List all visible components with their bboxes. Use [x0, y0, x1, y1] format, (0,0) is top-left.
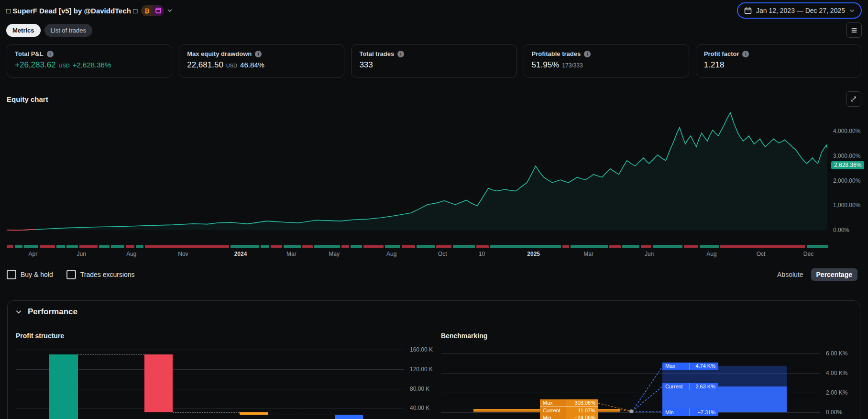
period-segment	[490, 245, 561, 248]
performance-header[interactable]: Performance	[15, 307, 77, 317]
period-segment	[66, 245, 78, 248]
equity-curve-chart[interactable]	[7, 108, 827, 231]
period-segment	[684, 245, 698, 248]
performance-title: Performance	[28, 307, 77, 317]
waterfall-connector	[78, 354, 144, 355]
y-tick-label: 80.00 K	[410, 386, 429, 392]
info-icon[interactable]: i	[584, 51, 591, 57]
period-performance-strip[interactable]	[7, 245, 827, 248]
period-segment	[136, 245, 143, 248]
buy-hold-label: Buy & hold	[21, 271, 53, 278]
metric-extra: +2,628.36%	[73, 61, 111, 69]
trades-excursions-checkbox[interactable]: Trades excursions	[66, 270, 135, 279]
date-range-label: Jan 12, 2023 — Dec 27, 2025	[756, 7, 845, 14]
tab-list-of-trades[interactable]: List of trades	[44, 24, 92, 37]
metric-label: Max equity drawdown	[187, 50, 252, 57]
connector-dot	[629, 409, 633, 413]
table-row: Max4.74 K%	[662, 363, 718, 370]
equity-x-tick: Mar	[286, 251, 297, 257]
table-row: Current11.07%	[540, 407, 598, 415]
metric-cards: Total P&Li +26,283.62 USD +2,628.36% Max…	[7, 44, 861, 77]
period-segment	[436, 245, 451, 248]
card-total-pnl: Total P&Li +26,283.62 USD +2,628.36%	[7, 44, 172, 77]
absolute-toggle[interactable]: Absolute	[777, 271, 803, 278]
period-segment	[145, 245, 229, 248]
journal-icon	[153, 5, 164, 16]
period-segment	[40, 245, 55, 248]
percentage-toggle[interactable]: Percentage	[811, 268, 857, 281]
date-range-picker[interactable]: Jan 12, 2023 — Dec 27, 2025	[737, 2, 862, 19]
benchmark-connectors	[440, 330, 868, 419]
tab-metrics[interactable]: Metrics	[6, 24, 41, 37]
chevron-down-icon[interactable]	[167, 8, 173, 13]
waterfall-bar-orange	[240, 412, 268, 415]
equity-x-tick: Jun	[645, 251, 654, 257]
card-profit-factor: Profit factori 1.218	[696, 44, 861, 77]
metric-value: 333	[359, 60, 373, 70]
y-tick-label: 40.00 K	[410, 405, 429, 411]
expand-chart-button[interactable]	[846, 91, 861, 107]
equity-chart-title: Equity chart	[7, 95, 48, 103]
period-segment	[24, 245, 38, 248]
metric-value: 1.218	[704, 60, 725, 70]
period-segment	[111, 245, 124, 248]
period-segment	[641, 245, 651, 248]
row-label: Max	[662, 363, 690, 370]
period-segment	[79, 245, 98, 248]
metric-value: 51.95%	[532, 60, 560, 70]
row-value: 2.63 K%	[690, 383, 718, 391]
equity-y-tick: 0.00%	[833, 227, 849, 233]
dashed-connector	[632, 366, 662, 411]
btc-icon: ₿	[141, 5, 153, 16]
equity-y-tick: 1,000.00%	[833, 202, 860, 209]
period-segment	[261, 245, 269, 248]
equity-x-tick: Apr	[29, 251, 38, 257]
chevron-down-icon	[849, 8, 855, 13]
layout-options-button[interactable]	[846, 22, 862, 38]
equity-chart-header: Equity chart	[7, 91, 861, 107]
row-value: −7.31%	[690, 408, 718, 416]
period-segment	[807, 245, 828, 248]
equity-area-fill	[7, 112, 827, 230]
equity-x-tick: Aug	[126, 251, 136, 257]
dashed-connector	[632, 386, 662, 411]
equity-x-tick: 2025	[527, 251, 540, 257]
period-segment	[7, 245, 13, 248]
buy-hold-checkbox[interactable]: Buy & hold	[7, 270, 53, 279]
trades-excursions-label: Trades excursions	[80, 271, 135, 278]
equity-y-tick: 3,000.00%	[833, 153, 860, 159]
equity-y-tick: 4,000.00%	[833, 128, 860, 134]
symbol-badges[interactable]: ₿	[141, 5, 164, 16]
waterfall-connector	[268, 415, 335, 415]
equity-x-tick: May	[329, 251, 340, 257]
strategy-value-badge: Current2.63 K%	[662, 383, 718, 391]
metric-value: +26,283.62	[15, 60, 56, 70]
period-segment	[99, 245, 110, 248]
period-segment	[284, 245, 301, 248]
chart-controls: Buy & hold Trades excursions Absolute Pe…	[7, 267, 857, 282]
info-icon[interactable]: i	[255, 51, 262, 57]
period-segment	[56, 245, 65, 248]
card-profitable-trades: Profitable tradesi 51.95% 173/333	[524, 44, 689, 77]
equity-x-tick: Nov	[178, 251, 188, 257]
card-total-trades: Total tradesi 333	[351, 44, 516, 77]
period-segment	[417, 245, 435, 248]
period-segment	[385, 245, 400, 248]
info-icon[interactable]: i	[47, 51, 54, 57]
waterfall-bar-blue	[335, 415, 363, 419]
period-segment	[700, 245, 719, 248]
table-row: Min−24.06%	[540, 414, 598, 419]
info-icon[interactable]: i	[742, 51, 749, 57]
equity-x-tick: Jun	[77, 251, 86, 257]
equity-x-tick: Oct	[757, 251, 766, 257]
info-icon[interactable]: i	[397, 51, 404, 57]
period-segment	[562, 245, 569, 248]
row-label: Min	[540, 414, 567, 419]
equity-x-tick: Aug	[706, 251, 716, 257]
profit-structure-title: Profit structure	[16, 332, 64, 340]
metric-label: Total P&L	[15, 50, 44, 57]
metric-unit: USD	[226, 63, 237, 68]
period-segment	[402, 245, 415, 248]
checkbox-icon	[66, 270, 76, 279]
calendar-icon	[744, 7, 752, 14]
